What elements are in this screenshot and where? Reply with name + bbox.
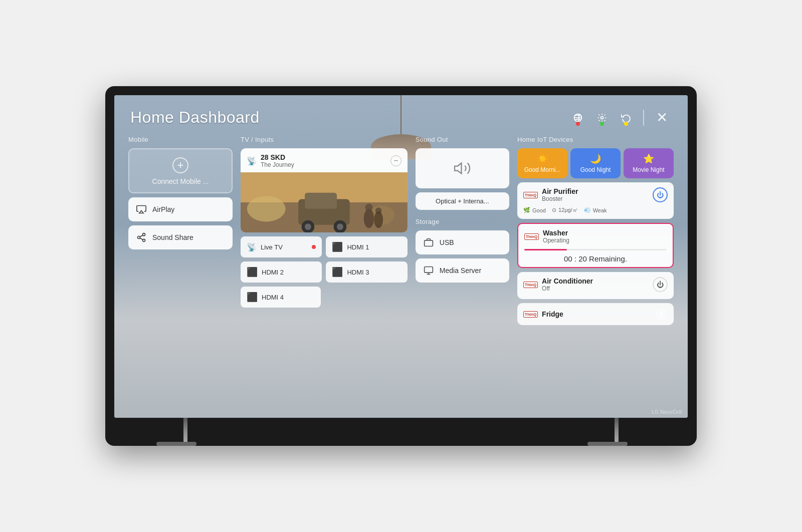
dashboard-controls: ✕ [569, 107, 672, 128]
live-tv-channel: 28 SKD [261, 153, 294, 161]
dashboard-header: Home Dashboard [114, 95, 688, 136]
air-quality-icon: 🌿 [523, 207, 530, 213]
svg-rect-13 [305, 193, 337, 209]
thinq-badge-purifier: ThinQ [523, 192, 538, 198]
star-icon: ⭐ [643, 153, 654, 164]
stand-foot-right [587, 442, 628, 446]
live-tv-info: 📡 28 SKD The Journey [247, 153, 294, 168]
good-night-scene-button[interactable]: 🌙 Good Night [570, 148, 621, 178]
sun-icon: ☀️ [537, 153, 548, 164]
storage-section: Storage USB [416, 218, 509, 287]
hdmi1-label: HDMI 1 [347, 243, 369, 251]
airplay-label: AirPlay [152, 205, 174, 213]
stand-right [606, 418, 628, 446]
good-morning-scene-button[interactable]: ☀️ Good Morni... [517, 148, 567, 178]
airplay-icon [135, 203, 147, 215]
washer-text: Washer Operating [543, 229, 569, 244]
header-divider [643, 110, 644, 126]
hdmi3-card[interactable]: ⬛ HDMI 3 [326, 261, 407, 283]
usb-icon [423, 236, 435, 248]
sound-share-icon [135, 231, 147, 243]
svg-rect-23 [424, 240, 433, 246]
sound-out-icon [452, 158, 472, 178]
thinq-badge-ac: ThinQ [523, 282, 538, 288]
usb-card[interactable]: USB [416, 230, 509, 254]
air-purifier-name: Air Purifier [542, 187, 578, 195]
hdmi1-icon: ⬛ [332, 241, 343, 252]
refresh-icon-button[interactable] [617, 109, 635, 127]
air-quality-value: Good [532, 207, 546, 213]
air-conditioner-name: Air Conditioner [542, 277, 593, 285]
home-iot-column: Home IoT Devices ☀️ Good Morni... 🌙 Good… [513, 136, 678, 412]
live-tv-header: 📡 28 SKD The Journey − [241, 148, 408, 172]
washer-time: 00 : 20 Remaining. [518, 250, 673, 267]
usb-label: USB [440, 238, 454, 246]
air-conditioner-info: ThinQ Air Conditioner Off [523, 277, 593, 292]
movie-night-scene-button[interactable]: ⭐ Movie Night [624, 148, 674, 178]
connect-mobile-label: Connect Mobile ... [152, 177, 209, 185]
fridge-card[interactable]: ThinQ Fridge ▼ [517, 303, 674, 325]
live-tv-small-card[interactable]: 📡 Live TV [241, 236, 322, 257]
washer-name: Washer [543, 229, 569, 237]
hdmi2-label: HDMI 2 [262, 269, 284, 276]
pm-icon: ⊙ [552, 207, 556, 213]
antenna-icon: 📡 [247, 156, 257, 166]
sound-out-column: Sound Out Optical + Interna... [412, 136, 513, 412]
fridge-name: Fridge [542, 310, 563, 318]
wind-icon: 💨 [584, 207, 591, 213]
hdmi1-card[interactable]: ⬛ HDMI 1 [326, 236, 407, 257]
movie-night-label: Movie Night [633, 166, 664, 173]
network-icon-button[interactable] [569, 109, 587, 127]
air-purifier-info: ThinQ Air Purifier Booster [523, 187, 578, 202]
hdmi3-label: HDMI 3 [347, 269, 369, 276]
hdmi2-card[interactable]: ⬛ HDMI 2 [241, 261, 322, 283]
inputs-grid: 📡 Live TV ⬛ HDMI 1 ⬛ HDMI 2 [241, 236, 408, 308]
live-tv-small-label: Live TV [261, 243, 283, 251]
live-tv-show: The Journey [261, 161, 294, 168]
washer-top: ThinQ Washer Operating [518, 224, 673, 247]
wind-value: Weak [593, 207, 607, 213]
wind-stat: 💨 Weak [584, 206, 607, 214]
sound-share-card[interactable]: Sound Share [128, 225, 233, 249]
air-conditioner-power-button[interactable]: ⏻ [653, 277, 668, 292]
sound-out-card[interactable] [416, 148, 509, 188]
air-conditioner-status: Off [542, 285, 593, 292]
svg-marker-22 [455, 163, 462, 174]
hdmi4-icon: ⬛ [247, 292, 258, 303]
live-tv-minus-button[interactable]: − [390, 155, 402, 166]
air-conditioner-text: Air Conditioner Off [542, 277, 593, 292]
air-purifier-stats: 🌿 Good ⊙ 12μg/㎥ 💨 Weak [523, 204, 668, 214]
hdmi4-card[interactable]: ⬛ HDMI 4 [241, 287, 321, 308]
thinq-badge-washer: ThinQ [524, 233, 539, 240]
washer-card[interactable]: ThinQ Washer Operating 00 : 20 Remaining… [517, 223, 674, 268]
svg-point-18 [364, 209, 374, 228]
connect-mobile-card[interactable]: + Connect Mobile ... [128, 148, 233, 193]
air-purifier-card[interactable]: ThinQ Air Purifier Booster ⏻ 🌿 [517, 182, 674, 219]
sound-share-label: Sound Share [152, 233, 193, 241]
close-button[interactable]: ✕ [652, 107, 672, 128]
tv-inputs-column: TV / Inputs 📡 28 SKD The Journey [237, 136, 412, 412]
stand-left [174, 418, 196, 446]
media-server-card[interactable]: Media Server [416, 258, 509, 283]
dashboard-content: Mobile + Connect Mobile ... AirPlay [114, 136, 688, 418]
stand-foot-left [156, 442, 196, 446]
svg-point-19 [365, 204, 372, 211]
air-purifier-power-button[interactable]: ⏻ [653, 187, 668, 202]
svg-rect-24 [424, 267, 433, 273]
tv-inputs-header: TV / Inputs [241, 136, 408, 143]
air-purifier-text: Air Purifier Booster [542, 187, 578, 202]
scroll-down-icon[interactable]: ▼ [656, 308, 668, 320]
air-conditioner-top: ThinQ Air Conditioner Off ⏻ [523, 277, 668, 292]
svg-line-6 [140, 238, 143, 240]
live-dot [312, 245, 316, 249]
air-conditioner-card[interactable]: ThinQ Air Conditioner Off ⏻ [517, 272, 674, 299]
good-night-label: Good Night [580, 166, 611, 173]
airplay-card[interactable]: AirPlay [128, 197, 233, 221]
sound-out-label-card[interactable]: Optical + Interna... [416, 192, 509, 210]
stand-leg-right [615, 418, 619, 443]
live-tv-featured-card[interactable]: 📡 28 SKD The Journey − [241, 148, 408, 232]
svg-point-21 [375, 207, 382, 214]
settings-icon-button[interactable] [593, 109, 611, 127]
tv-screen: Home Dashboard [114, 95, 688, 418]
fridge-info: ThinQ Fridge [523, 310, 563, 318]
